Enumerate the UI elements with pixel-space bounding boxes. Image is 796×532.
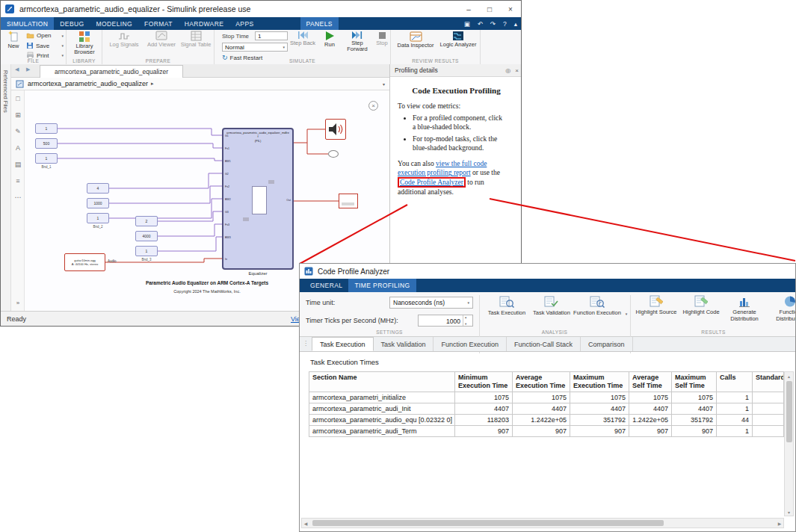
vertical-scrollbar[interactable]: ▴ ▾: [784, 371, 794, 516]
vertical-scrollbar-thumb[interactable]: [786, 381, 792, 442]
panel-grip-icon[interactable]: ⋮: [300, 337, 312, 351]
highlight-code-button[interactable]: Highlight Code: [681, 295, 721, 332]
column-header-max-self[interactable]: Maximum Self Time: [672, 372, 717, 392]
bandwidth-block[interactable]: 1: [87, 213, 109, 223]
signal-table-button[interactable]: Signal Table: [180, 31, 212, 48]
nav-forward-icon[interactable]: ▶: [26, 66, 30, 72]
column-header-max-exec[interactable]: Maximum Execution Time: [570, 372, 629, 392]
tab-modeling[interactable]: MODELING: [90, 17, 139, 30]
table-row[interactable]: armcortexa_parametric_audi_Init 4407 440…: [309, 403, 784, 414]
minimize-icon[interactable]: –: [458, 1, 479, 17]
close-icon[interactable]: ×: [500, 1, 521, 17]
analysis-more-dropdown[interactable]: ▾: [623, 295, 630, 332]
equalizer-pil-block[interactable]: armcortexa_parametric_audio_equalizer_md…: [222, 128, 294, 270]
audio-output-block[interactable]: [325, 119, 346, 140]
column-header-avg-self[interactable]: Average Self Time: [629, 372, 672, 392]
breadcrumb-dropdown-icon[interactable]: ▾: [383, 81, 385, 87]
terminator-block[interactable]: [328, 150, 339, 158]
nav-back-icon[interactable]: ◀: [15, 66, 19, 72]
task-execution-button[interactable]: Task Execution: [485, 295, 528, 332]
close-overlay-icon[interactable]: ×: [368, 101, 378, 111]
time-unit-dropdown[interactable]: Nanoseconds (ns) ▾: [389, 297, 473, 309]
logic-analyzer-button[interactable]: Logic Analyzer: [439, 31, 478, 48]
horizontal-scrollbar[interactable]: ◀ ▶: [301, 518, 784, 528]
palette-more-icon[interactable]: ⋯: [11, 194, 25, 201]
tab-debug[interactable]: DEBUG: [54, 17, 90, 30]
breadcrumb-model-name[interactable]: armcortexa_parametric_audio_equalizer: [28, 80, 148, 87]
view-tab-function-call-stack[interactable]: Function-Call Stack: [507, 337, 581, 351]
column-header-avg-exec[interactable]: Average Execution Time: [513, 372, 570, 392]
bandwidth-block[interactable]: 1: [135, 246, 158, 256]
stop-time-input[interactable]: [255, 31, 288, 40]
palette-annotation-icon[interactable]: ✎: [11, 128, 25, 135]
log-signals-button[interactable]: Log Signals: [107, 31, 141, 48]
tab-hardware[interactable]: HARDWARE: [179, 17, 229, 30]
tab-simulation[interactable]: SIMULATION: [1, 17, 54, 30]
close-panel-icon[interactable]: ×: [513, 67, 522, 74]
table-row[interactable]: armcortexa_parametric_audi_Term 907 907 …: [309, 425, 784, 436]
document-tab[interactable]: armcortexa_parametric_audio_equalizer: [40, 65, 183, 78]
maximize-icon[interactable]: □: [479, 1, 500, 17]
simulation-mode-dropdown[interactable]: Normal ▾: [222, 43, 288, 52]
help-icon[interactable]: ?: [499, 17, 510, 30]
generate-distribution-button[interactable]: Generate Distribution: [723, 295, 766, 332]
function-distribution-button[interactable]: Function Distribution: [768, 295, 796, 332]
frequency-block[interactable]: 1000: [87, 198, 109, 208]
function-execution-button[interactable]: Function Execution: [573, 295, 621, 332]
tab-panels[interactable]: PANELS: [300, 17, 339, 30]
column-header-std-dev[interactable]: Standard Deviation: [753, 372, 784, 392]
band-subsystem-2[interactable]: 4 1000 1 Bnd_2: [87, 183, 109, 231]
stop-button[interactable]: Stop: [374, 31, 389, 46]
column-header-calls[interactable]: Calls: [717, 372, 753, 392]
library-browser-button[interactable]: Library Browser: [68, 31, 101, 56]
bandwidth-block[interactable]: 1: [35, 153, 58, 164]
gain-block[interactable]: 2: [135, 216, 158, 226]
view-tab-task-execution[interactable]: Task Execution: [312, 337, 374, 351]
view-tab-comparison[interactable]: Comparison: [581, 337, 633, 351]
run-button[interactable]: Run: [319, 31, 340, 48]
tab-format[interactable]: FORMAT: [138, 17, 179, 30]
redo-icon[interactable]: ↷: [487, 17, 499, 30]
timer-ticks-spinner[interactable]: 1000 ▴ ▾: [418, 315, 473, 327]
view-tab-task-validation[interactable]: Task Validation: [374, 337, 434, 351]
display-block[interactable]: [339, 194, 358, 208]
view-tab-function-execution[interactable]: Function Execution: [434, 337, 507, 351]
pin-panel-icon[interactable]: ◎: [503, 67, 513, 74]
code-profile-analyzer-link[interactable]: Code Profile Analyzer: [398, 177, 466, 188]
band-subsystem-3[interactable]: 2 4000 1 Bnd_3: [135, 216, 158, 264]
tab-time-profiling[interactable]: TIME PROFILING: [348, 279, 416, 292]
expand-bar-icon[interactable]: »: [11, 300, 25, 306]
tab-apps[interactable]: APPS: [229, 17, 259, 30]
column-header-section-name[interactable]: Section Name: [309, 372, 455, 392]
scroll-down-icon[interactable]: ▾: [785, 509, 793, 515]
save-button[interactable]: Save ▾: [26, 42, 64, 49]
audio-source-block[interactable]: guitar10min.ogg A: 44100 Hz, stereo: [64, 253, 105, 271]
frequency-block[interactable]: 4000: [135, 231, 158, 241]
step-back-button[interactable]: Step Back: [289, 31, 316, 46]
new-button[interactable]: New: [2, 31, 25, 49]
spinner-up-icon[interactable]: ▴: [465, 315, 466, 319]
gain-block[interactable]: 1: [35, 123, 58, 134]
tab-general[interactable]: GENERAL: [304, 279, 348, 292]
table-row[interactable]: armcortexa_parametric_audio_equ [0.02322…: [309, 414, 784, 425]
palette-image-icon[interactable]: ▤: [11, 161, 25, 168]
column-header-min-exec[interactable]: Minimum Execution Time: [455, 372, 513, 392]
frequency-block[interactable]: 500: [35, 138, 58, 149]
referenced-files-strip[interactable]: Referenced Files: [1, 64, 11, 311]
highlight-source-button[interactable]: Highlight Source: [635, 295, 678, 332]
scroll-left-icon[interactable]: ◀: [303, 519, 309, 528]
add-viewer-button[interactable]: Add Viewer: [144, 31, 179, 48]
table-row[interactable]: armcortexa_parametri_initialize 1075 107…: [309, 392, 784, 403]
step-forward-button[interactable]: Step Forward: [343, 31, 371, 53]
data-inspector-button[interactable]: Data Inspector: [395, 31, 436, 49]
spinner-down-icon[interactable]: ▾: [465, 322, 466, 326]
palette-browse-icon[interactable]: □: [11, 95, 25, 102]
save-icon[interactable]: ▣: [460, 17, 474, 30]
scroll-up-icon[interactable]: ▴: [785, 373, 793, 379]
collapse-ribbon-icon[interactable]: ▴: [510, 17, 521, 30]
gain-block[interactable]: 4: [87, 183, 109, 194]
open-button[interactable]: Open ▾: [26, 32, 64, 39]
task-validation-button[interactable]: Task Validation: [531, 295, 572, 332]
horizontal-scrollbar-thumb[interactable]: [312, 520, 664, 526]
scroll-right-icon[interactable]: ▶: [777, 519, 783, 528]
